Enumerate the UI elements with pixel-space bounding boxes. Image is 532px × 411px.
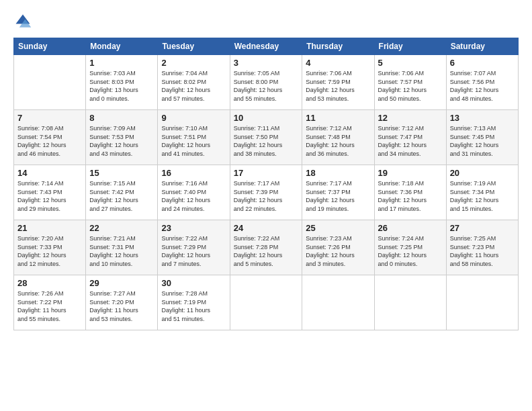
- calendar-cell: 5Sunrise: 7:06 AM Sunset: 7:57 PM Daylig…: [374, 55, 446, 110]
- day-number: 18: [306, 168, 370, 178]
- day-number: 19: [378, 168, 443, 178]
- day-info: Sunrise: 7:28 AM Sunset: 7:19 PM Dayligh…: [161, 289, 226, 323]
- calendar-cell: 24Sunrise: 7:22 AM Sunset: 7:28 PM Dayli…: [230, 220, 302, 275]
- day-number: 24: [234, 223, 299, 233]
- day-number: 25: [306, 223, 370, 233]
- day-info: Sunrise: 7:10 AM Sunset: 7:51 PM Dayligh…: [161, 124, 226, 158]
- calendar-cell: 1Sunrise: 7:03 AM Sunset: 8:03 PM Daylig…: [86, 55, 158, 110]
- day-info: Sunrise: 7:22 AM Sunset: 7:28 PM Dayligh…: [234, 234, 299, 268]
- day-info: Sunrise: 7:15 AM Sunset: 7:42 PM Dayligh…: [89, 179, 154, 213]
- calendar-cell: 25Sunrise: 7:23 AM Sunset: 7:26 PM Dayli…: [302, 220, 374, 275]
- calendar-table: SundayMondayTuesdayWednesdayThursdayFrid…: [13, 38, 519, 330]
- day-info: Sunrise: 7:23 AM Sunset: 7:26 PM Dayligh…: [306, 234, 370, 268]
- calendar-header-friday: Friday: [374, 38, 446, 55]
- day-number: 21: [17, 223, 82, 233]
- day-number: 12: [378, 113, 443, 123]
- day-number: 7: [17, 113, 82, 123]
- calendar-header-thursday: Thursday: [302, 38, 374, 55]
- day-info: Sunrise: 7:17 AM Sunset: 7:39 PM Dayligh…: [234, 179, 299, 213]
- day-number: 20: [450, 168, 515, 178]
- calendar-cell: 26Sunrise: 7:24 AM Sunset: 7:25 PM Dayli…: [374, 220, 446, 275]
- day-number: 8: [89, 113, 154, 123]
- calendar-cell: 9Sunrise: 7:10 AM Sunset: 7:51 PM Daylig…: [158, 110, 230, 165]
- calendar-cell: 8Sunrise: 7:09 AM Sunset: 7:53 PM Daylig…: [86, 110, 158, 165]
- calendar-cell: 27Sunrise: 7:25 AM Sunset: 7:23 PM Dayli…: [446, 220, 518, 275]
- day-info: Sunrise: 7:12 AM Sunset: 7:47 PM Dayligh…: [378, 124, 443, 158]
- day-number: 3: [234, 58, 299, 68]
- calendar-week-row: 1Sunrise: 7:03 AM Sunset: 8:03 PM Daylig…: [14, 55, 519, 110]
- day-info: Sunrise: 7:18 AM Sunset: 7:36 PM Dayligh…: [378, 179, 443, 213]
- calendar-week-row: 14Sunrise: 7:14 AM Sunset: 7:43 PM Dayli…: [14, 165, 519, 220]
- day-number: 4: [306, 58, 370, 68]
- day-info: Sunrise: 7:22 AM Sunset: 7:29 PM Dayligh…: [161, 234, 226, 268]
- day-info: Sunrise: 7:25 AM Sunset: 7:23 PM Dayligh…: [450, 234, 515, 268]
- calendar-header-wednesday: Wednesday: [230, 38, 302, 55]
- day-info: Sunrise: 7:19 AM Sunset: 7:34 PM Dayligh…: [450, 179, 515, 213]
- day-number: 11: [306, 113, 370, 123]
- calendar-cell: [446, 275, 518, 330]
- day-number: 9: [161, 113, 226, 123]
- day-number: 15: [89, 168, 154, 178]
- calendar-cell: 18Sunrise: 7:17 AM Sunset: 7:37 PM Dayli…: [302, 165, 374, 220]
- day-info: Sunrise: 7:16 AM Sunset: 7:40 PM Dayligh…: [161, 179, 226, 213]
- calendar-header-monday: Monday: [86, 38, 158, 55]
- day-number: 16: [161, 168, 226, 178]
- calendar-cell: [230, 275, 302, 330]
- calendar-week-row: 28Sunrise: 7:26 AM Sunset: 7:22 PM Dayli…: [14, 275, 519, 330]
- calendar-cell: 3Sunrise: 7:05 AM Sunset: 8:00 PM Daylig…: [230, 55, 302, 110]
- day-number: 14: [17, 168, 82, 178]
- day-info: Sunrise: 7:07 AM Sunset: 7:56 PM Dayligh…: [450, 69, 515, 103]
- calendar-cell: [14, 55, 86, 110]
- calendar-header-saturday: Saturday: [446, 38, 518, 55]
- day-number: 23: [161, 223, 226, 233]
- day-info: Sunrise: 7:26 AM Sunset: 7:22 PM Dayligh…: [17, 289, 82, 323]
- calendar-cell: 21Sunrise: 7:20 AM Sunset: 7:33 PM Dayli…: [14, 220, 86, 275]
- day-number: 6: [450, 58, 515, 68]
- day-info: Sunrise: 7:09 AM Sunset: 7:53 PM Dayligh…: [89, 124, 154, 158]
- day-number: 1: [89, 58, 154, 68]
- day-info: Sunrise: 7:21 AM Sunset: 7:31 PM Dayligh…: [89, 234, 154, 268]
- day-info: Sunrise: 7:11 AM Sunset: 7:50 PM Dayligh…: [234, 124, 299, 158]
- day-number: 29: [89, 278, 154, 288]
- day-number: 17: [234, 168, 299, 178]
- calendar-cell: [302, 275, 374, 330]
- calendar-cell: 2Sunrise: 7:04 AM Sunset: 8:02 PM Daylig…: [158, 55, 230, 110]
- day-number: 13: [450, 113, 515, 123]
- day-number: 28: [17, 278, 82, 288]
- calendar-week-row: 7Sunrise: 7:08 AM Sunset: 7:54 PM Daylig…: [14, 110, 519, 165]
- calendar-header-row: SundayMondayTuesdayWednesdayThursdayFrid…: [14, 38, 519, 55]
- calendar-cell: 29Sunrise: 7:27 AM Sunset: 7:20 PM Dayli…: [86, 275, 158, 330]
- day-number: 2: [161, 58, 226, 68]
- calendar-cell: 13Sunrise: 7:13 AM Sunset: 7:45 PM Dayli…: [446, 110, 518, 165]
- calendar-cell: 16Sunrise: 7:16 AM Sunset: 7:40 PM Dayli…: [158, 165, 230, 220]
- calendar-week-row: 21Sunrise: 7:20 AM Sunset: 7:33 PM Dayli…: [14, 220, 519, 275]
- day-info: Sunrise: 7:08 AM Sunset: 7:54 PM Dayligh…: [17, 124, 82, 158]
- day-info: Sunrise: 7:20 AM Sunset: 7:33 PM Dayligh…: [17, 234, 82, 268]
- calendar-cell: 30Sunrise: 7:28 AM Sunset: 7:19 PM Dayli…: [158, 275, 230, 330]
- day-info: Sunrise: 7:06 AM Sunset: 7:59 PM Dayligh…: [306, 69, 370, 103]
- calendar-header-sunday: Sunday: [14, 38, 86, 55]
- logo: [13, 12, 35, 31]
- day-number: 22: [89, 223, 154, 233]
- calendar-header-tuesday: Tuesday: [158, 38, 230, 55]
- calendar-cell: 11Sunrise: 7:12 AM Sunset: 7:48 PM Dayli…: [302, 110, 374, 165]
- calendar-cell: 7Sunrise: 7:08 AM Sunset: 7:54 PM Daylig…: [14, 110, 86, 165]
- day-info: Sunrise: 7:12 AM Sunset: 7:48 PM Dayligh…: [306, 124, 370, 158]
- header: [13, 12, 519, 31]
- calendar-cell: 6Sunrise: 7:07 AM Sunset: 7:56 PM Daylig…: [446, 55, 518, 110]
- calendar-cell: 14Sunrise: 7:14 AM Sunset: 7:43 PM Dayli…: [14, 165, 86, 220]
- day-number: 27: [450, 223, 515, 233]
- calendar-cell: [374, 275, 446, 330]
- calendar-cell: 23Sunrise: 7:22 AM Sunset: 7:29 PM Dayli…: [158, 220, 230, 275]
- day-number: 26: [378, 223, 443, 233]
- day-info: Sunrise: 7:14 AM Sunset: 7:43 PM Dayligh…: [17, 179, 82, 213]
- calendar-cell: 22Sunrise: 7:21 AM Sunset: 7:31 PM Dayli…: [86, 220, 158, 275]
- day-number: 5: [378, 58, 443, 68]
- calendar-cell: 28Sunrise: 7:26 AM Sunset: 7:22 PM Dayli…: [14, 275, 86, 330]
- day-info: Sunrise: 7:17 AM Sunset: 7:37 PM Dayligh…: [306, 179, 370, 213]
- day-number: 30: [161, 278, 226, 288]
- day-info: Sunrise: 7:04 AM Sunset: 8:02 PM Dayligh…: [161, 69, 226, 103]
- logo-icon: [13, 12, 32, 31]
- calendar-cell: 4Sunrise: 7:06 AM Sunset: 7:59 PM Daylig…: [302, 55, 374, 110]
- day-info: Sunrise: 7:27 AM Sunset: 7:20 PM Dayligh…: [89, 289, 154, 323]
